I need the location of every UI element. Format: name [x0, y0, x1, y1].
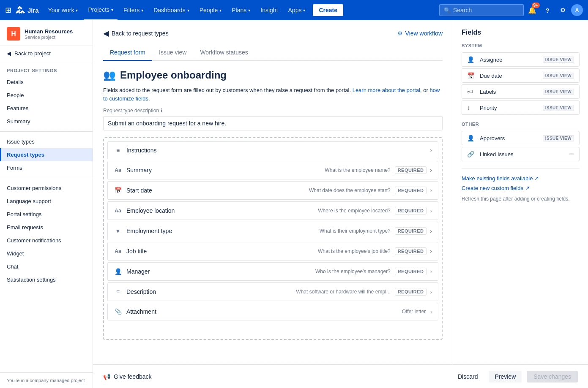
field-row-attachment[interactable]: 📎 Attachment Offer letter › — [107, 303, 438, 320]
projects-menu[interactable]: Projects ▾ — [84, 0, 118, 20]
field-name-attachment: Attachment — [126, 308, 186, 315]
sidebar-item-summary[interactable]: Summary — [0, 115, 93, 128]
project-name: Human Resources — [25, 28, 73, 35]
sidebar-item-forms[interactable]: Forms — [0, 161, 93, 174]
back-to-request-types[interactable]: ◀ Back to request types — [103, 29, 169, 38]
gear-icon: ⚙ — [560, 6, 566, 14]
field-row-job-title[interactable]: Aa Job title What is the employee's job … — [107, 242, 438, 260]
people-menu[interactable]: People ▾ — [195, 0, 226, 20]
search-input[interactable] — [453, 7, 512, 14]
notification-badge: 9+ — [532, 3, 540, 8]
summary-icon: Aa — [114, 167, 122, 173]
workflow-icon: ⚙ — [397, 30, 403, 37]
search-icon: 🔍 — [444, 7, 451, 14]
right-panel: Fields System 👤 Assignee ISSUE VIEW 📅 Du… — [453, 20, 588, 364]
user-avatar[interactable]: A — [571, 4, 583, 16]
field-name-summary: Summary — [126, 167, 186, 174]
sidebar-item-widget[interactable]: Widget — [0, 247, 93, 260]
employment-type-chevron: › — [430, 228, 432, 234]
right-divider — [462, 168, 580, 168]
project-header: H Human Resources Service project — [0, 20, 93, 46]
give-feedback-button[interactable]: 📢 Give feedback — [103, 373, 152, 380]
bottom-bar: 📢 Give feedback Discard Preview Save cha… — [93, 364, 588, 388]
sidebar-item-details[interactable]: Details — [0, 76, 93, 89]
field-row-description[interactable]: ≡ Description What software or hardware … — [107, 282, 438, 301]
help-icon: ? — [545, 7, 549, 14]
field-chip-due-date[interactable]: 📅 Due date ISSUE VIEW — [462, 68, 580, 83]
your-work-menu[interactable]: Your work ▾ — [44, 0, 82, 20]
attachment-icon: 📎 — [114, 308, 122, 315]
start-date-icon: 📅 — [114, 187, 122, 194]
employee-location-chevron: › — [430, 207, 432, 214]
sidebar: H Human Resources Service project ◀ Back… — [0, 20, 93, 388]
grid-icon[interactable]: ⊞ — [5, 5, 11, 15]
field-chip-linked-issues[interactable]: 🔗 Linked Issues — [462, 147, 580, 161]
sidebar-item-customer-permissions[interactable]: Customer permissions — [0, 182, 93, 195]
view-workflow-button[interactable]: ⚙ View workflow — [397, 30, 443, 37]
insight-menu[interactable]: Insight — [256, 0, 282, 20]
field-name-manager: Manager — [126, 268, 186, 275]
job-title-icon: Aa — [114, 248, 122, 254]
filters-menu[interactable]: Filters ▾ — [119, 0, 148, 20]
sidebar-item-issue-types[interactable]: Issue types — [0, 135, 93, 148]
back-icon: ◀ — [7, 50, 11, 57]
info-icon: ℹ — [161, 108, 163, 114]
rtd-label: Request type description ℹ — [103, 108, 443, 114]
employment-type-icon: ▼ — [114, 228, 122, 234]
apps-menu[interactable]: Apps ▾ — [284, 0, 310, 20]
topnav: ⊞ Jira Your work ▾ Projects ▾ Filters ▾ … — [0, 0, 588, 20]
dashboards-menu[interactable]: Dashboards ▾ — [149, 0, 194, 20]
back-to-project[interactable]: ◀ Back to project — [0, 46, 93, 61]
other-label: Other — [462, 122, 580, 127]
sidebar-item-language-support[interactable]: Language support — [0, 195, 93, 208]
sidebar-item-email-requests[interactable]: Email requests — [0, 221, 93, 234]
sidebar-item-features[interactable]: Features — [0, 102, 93, 115]
preview-button[interactable]: Preview — [489, 371, 522, 383]
sidebar-item-request-types[interactable]: Request types — [0, 148, 93, 161]
make-fields-available-link[interactable]: Make existing fields available ↗ — [462, 175, 580, 182]
tab-issue-view[interactable]: Issue view — [152, 45, 193, 61]
field-row-start-date[interactable]: 📅 Start date What date does the employee… — [107, 181, 438, 200]
discard-button[interactable]: Discard — [452, 371, 484, 383]
help-button[interactable]: ? — [541, 3, 554, 17]
create-custom-fields-link[interactable]: Create new custom fields ↗ — [462, 185, 580, 191]
sidebar-item-satisfaction-settings[interactable]: Satisfaction settings — [0, 273, 93, 286]
learn-more-link[interactable]: Learn more about the portal — [353, 87, 420, 93]
sidebar-item-people[interactable]: People — [0, 89, 93, 102]
right-links: Make existing fields available ↗ Create … — [462, 175, 580, 191]
description-text: Fields added to the request form are fil… — [103, 86, 443, 103]
settings-button[interactable]: ⚙ — [556, 3, 569, 17]
linked-issues-icon: 🔗 — [467, 151, 476, 157]
sidebar-item-chat[interactable]: Chat — [0, 260, 93, 273]
search-box[interactable]: 🔍 — [439, 4, 524, 16]
due-date-icon: 📅 — [467, 72, 476, 79]
job-title-chevron: › — [430, 248, 432, 255]
notifications-button[interactable]: 🔔 9+ — [525, 3, 539, 17]
field-row-employee-location[interactable]: Aa Employee location Where is the employ… — [107, 201, 438, 220]
tab-workflow-statuses[interactable]: Workflow statuses — [193, 45, 254, 61]
field-chip-approvers[interactable]: 👤 Approvers ISSUE VIEW — [462, 131, 580, 145]
employee-location-required: REQUIRED — [395, 207, 427, 214]
center-panel: ◀ Back to request types ⚙ View workflow … — [93, 20, 453, 364]
manager-required: REQUIRED — [395, 268, 427, 275]
rtd-input[interactable] — [103, 116, 443, 130]
create-button[interactable]: Create — [313, 4, 343, 16]
field-chip-labels[interactable]: 🏷 Labels ISSUE VIEW — [462, 84, 580, 99]
content-area: ◀ Back to request types ⚙ View workflow … — [93, 20, 588, 388]
plans-menu[interactable]: Plans ▾ — [227, 0, 254, 20]
description-chevron: › — [430, 288, 432, 295]
jira-logo[interactable]: Jira — [15, 5, 39, 15]
field-row-manager[interactable]: 👤 Manager Who is the employee's manager?… — [107, 262, 438, 281]
save-changes-button[interactable]: Save changes — [527, 371, 578, 383]
employee-location-icon: Aa — [114, 208, 122, 214]
sidebar-item-portal-settings[interactable]: Portal settings — [0, 208, 93, 221]
field-chip-priority[interactable]: ↕ Priority ISSUE VIEW — [462, 100, 580, 115]
field-row-employment-type[interactable]: ▼ Employment type What is their employme… — [107, 222, 438, 240]
sidebar-item-customer-notifications[interactable]: Customer notifications — [0, 234, 93, 247]
field-row-summary[interactable]: Aa Summary What is the employee name? RE… — [107, 161, 438, 179]
tab-request-form[interactable]: Request form — [103, 45, 152, 61]
field-chip-assignee[interactable]: 👤 Assignee ISSUE VIEW — [462, 52, 580, 67]
breadcrumb-row: ◀ Back to request types ⚙ View workflow — [103, 29, 443, 38]
field-row-instructions[interactable]: ≡ Instructions › — [107, 141, 438, 159]
system-label: System — [462, 43, 580, 48]
